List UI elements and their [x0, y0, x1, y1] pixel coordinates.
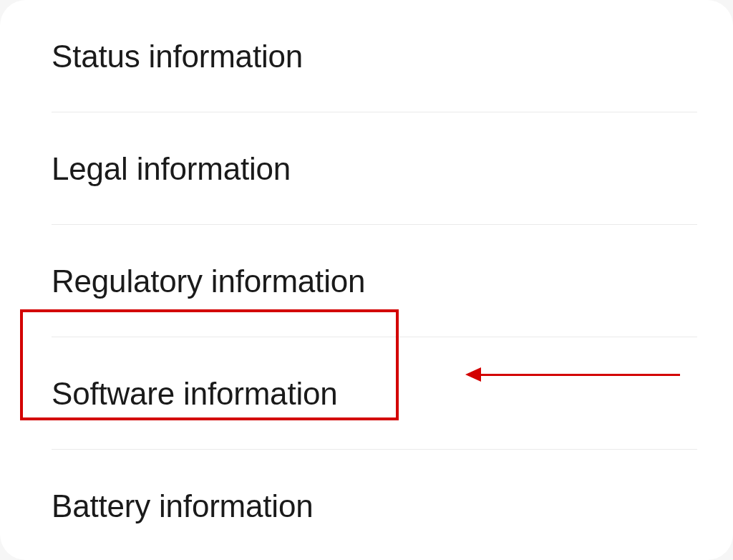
list-item-legal-information[interactable]: Legal information: [0, 112, 733, 225]
list-item-label: Status information: [52, 39, 303, 74]
list-item-battery-information[interactable]: Battery information: [0, 450, 733, 560]
list-item-software-information[interactable]: Software information: [0, 337, 733, 450]
list-item-status-information[interactable]: Status information: [0, 0, 733, 112]
list-item-label: Regulatory information: [52, 264, 365, 299]
settings-card: Status information Legal information Reg…: [0, 0, 733, 560]
list-item-label: Software information: [52, 376, 338, 412]
list-item-regulatory-information[interactable]: Regulatory information: [0, 225, 733, 337]
settings-list: Status information Legal information Reg…: [0, 0, 733, 560]
list-item-label: Legal information: [52, 151, 291, 187]
list-item-label: Battery information: [52, 488, 313, 524]
